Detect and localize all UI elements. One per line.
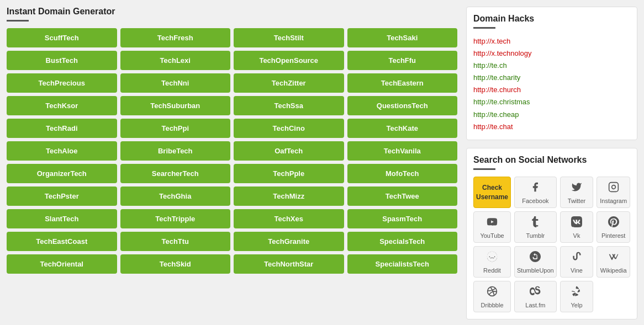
domain-button[interactable]: TechLexi: [120, 51, 231, 70]
svg-rect-0: [609, 182, 618, 191]
hack-link[interactable]: http://te.chat: [473, 121, 630, 133]
instagram-icon: [608, 182, 619, 195]
domain-button[interactable]: TechCino: [234, 119, 344, 138]
last.fm-icon: [530, 286, 541, 300]
domain-button[interactable]: TechVanila: [347, 141, 458, 161]
domain-button[interactable]: SpecialsTech: [347, 232, 458, 251]
social-network-label: Tumblr: [526, 232, 545, 239]
domain-button[interactable]: TechGranite: [234, 232, 344, 251]
domain-button[interactable]: SpecialistsTech: [347, 254, 458, 274]
twitter-icon: [571, 182, 582, 195]
yelp-icon: [571, 286, 582, 300]
hack-link[interactable]: http://te.church: [473, 84, 630, 96]
social-network-item-lastfm[interactable]: Last.fm: [514, 281, 557, 312]
hack-link[interactable]: http://te.christmas: [473, 96, 630, 108]
social-network-item-vine[interactable]: Vine: [560, 246, 594, 278]
domain-button[interactable]: TechSaki: [347, 28, 458, 47]
domain-button[interactable]: TechTripple: [120, 209, 231, 228]
left-panel: Instant Domain Generator ScuffTechTechFr…: [7, 7, 457, 319]
social-network-item-tumblr[interactable]: Tumblr: [514, 211, 557, 243]
domain-button[interactable]: TechStilt: [234, 28, 344, 47]
domain-grid: ScuffTechTechFreshTechStiltTechSakiBustT…: [7, 28, 457, 274]
domain-button[interactable]: BustTech: [7, 51, 117, 70]
domain-button[interactable]: TechGhia: [120, 187, 231, 206]
social-underline: [473, 168, 495, 170]
domain-button[interactable]: SpasmTech: [347, 209, 458, 228]
social-title: Search on Social Networks: [473, 155, 630, 165]
domain-button[interactable]: TechSkid: [120, 254, 231, 274]
hack-link[interactable]: http://x.technology: [473, 47, 630, 60]
domain-button[interactable]: TechTwee: [347, 187, 458, 206]
social-network-label: Facebook: [522, 198, 548, 204]
wikipedia-icon: [608, 251, 619, 265]
social-network-label: YouTube: [480, 232, 504, 239]
social-network-item-facebook[interactable]: Facebook: [514, 177, 557, 208]
domain-button[interactable]: OafTech: [234, 141, 344, 161]
domain-button[interactable]: TechSuburban: [120, 96, 231, 115]
domain-button[interactable]: TechPrecious: [7, 73, 117, 93]
social-network-label: Yelp: [571, 302, 583, 308]
domain-button[interactable]: QuestionsTech: [347, 96, 458, 115]
domain-button[interactable]: TechFfu: [347, 51, 458, 70]
social-network-item-stumbleupon[interactable]: StumbleUpon: [514, 246, 557, 278]
social-network-item-vk[interactable]: Vk: [560, 211, 594, 243]
domain-button[interactable]: TechRadi: [7, 119, 117, 138]
hack-links-container: http://x.techhttp://x.technologyhttp://t…: [473, 35, 630, 133]
domain-button[interactable]: TechNorthStar: [234, 254, 344, 274]
domain-button[interactable]: TechPpi: [120, 119, 231, 138]
right-panel: Domain Hacks http://x.techhttp://x.techn…: [466, 7, 637, 319]
domain-button[interactable]: TechEastern: [347, 73, 458, 93]
domain-button[interactable]: TechMizz: [234, 187, 344, 206]
social-network-item-twitter[interactable]: Twitter: [560, 177, 594, 208]
social-network-label: Wikipedia: [600, 267, 627, 274]
domain-button[interactable]: OrganizerTech: [7, 164, 117, 183]
domain-button[interactable]: SearcherTech: [120, 164, 231, 183]
domain-button[interactable]: TechEastCoast: [7, 232, 117, 251]
hack-link[interactable]: http://te.cheap: [473, 109, 630, 121]
title-underline: [7, 20, 29, 22]
tumblr-icon: [530, 216, 541, 230]
social-network-label: Instagram: [600, 198, 627, 204]
hack-link[interactable]: http://te.charity: [473, 72, 630, 84]
domain-hacks-title: Domain Hacks: [473, 14, 630, 24]
hacks-underline: [473, 27, 495, 29]
domain-button[interactable]: BribeTech: [120, 141, 231, 161]
main-container: Instant Domain Generator ScuffTechTechFr…: [7, 7, 637, 319]
social-network-label: Reddit: [483, 267, 501, 274]
youtube-icon: [487, 216, 498, 230]
social-network-label: StumbleUpon: [517, 267, 554, 274]
domain-button[interactable]: TechPster: [7, 187, 117, 206]
domain-button[interactable]: TechFresh: [120, 28, 231, 47]
check-username-button[interactable]: Check Username: [473, 177, 511, 208]
vine-icon: [571, 251, 582, 265]
social-network-item-wikipedia[interactable]: Wikipedia: [597, 246, 630, 278]
social-network-label: Dribbble: [481, 302, 504, 308]
domain-button[interactable]: TechXes: [234, 209, 344, 228]
social-network-item-yelp[interactable]: Yelp: [560, 281, 594, 312]
domain-button[interactable]: TechNni: [120, 73, 231, 93]
social-network-label: Last.fm: [525, 302, 545, 308]
social-grid: Check UsernameFacebookTwitterInstagramYo…: [473, 177, 630, 312]
social-network-label: Vine: [571, 267, 583, 274]
domain-button[interactable]: TechSsa: [234, 96, 344, 115]
domain-button[interactable]: TechKsor: [7, 96, 117, 115]
social-network-label: Twitter: [568, 198, 585, 204]
domain-button[interactable]: ScuffTech: [7, 28, 117, 47]
domain-button[interactable]: TechKate: [347, 119, 458, 138]
hack-link[interactable]: http://x.tech: [473, 35, 630, 47]
social-network-item-pinterest[interactable]: Pinterest: [597, 211, 630, 243]
domain-button[interactable]: SlantTech: [7, 209, 117, 228]
social-network-item-dribbble[interactable]: Dribbble: [473, 281, 511, 312]
domain-button[interactable]: TechTtu: [120, 232, 231, 251]
hack-link[interactable]: http://te.ch: [473, 60, 630, 72]
social-network-item-instagram[interactable]: Instagram: [597, 177, 630, 208]
domain-button[interactable]: TechAloe: [7, 141, 117, 161]
domain-button[interactable]: MofoTech: [347, 164, 458, 183]
domain-button[interactable]: TechZitter: [234, 73, 344, 93]
social-network-item-youtube[interactable]: YouTube: [473, 211, 511, 243]
social-network-item-reddit[interactable]: Reddit: [473, 246, 511, 278]
pinterest-icon: [608, 216, 619, 230]
domain-button[interactable]: TechOriental: [7, 254, 117, 274]
domain-button[interactable]: TechOpenSource: [234, 51, 344, 70]
domain-button[interactable]: TechPple: [234, 164, 344, 183]
